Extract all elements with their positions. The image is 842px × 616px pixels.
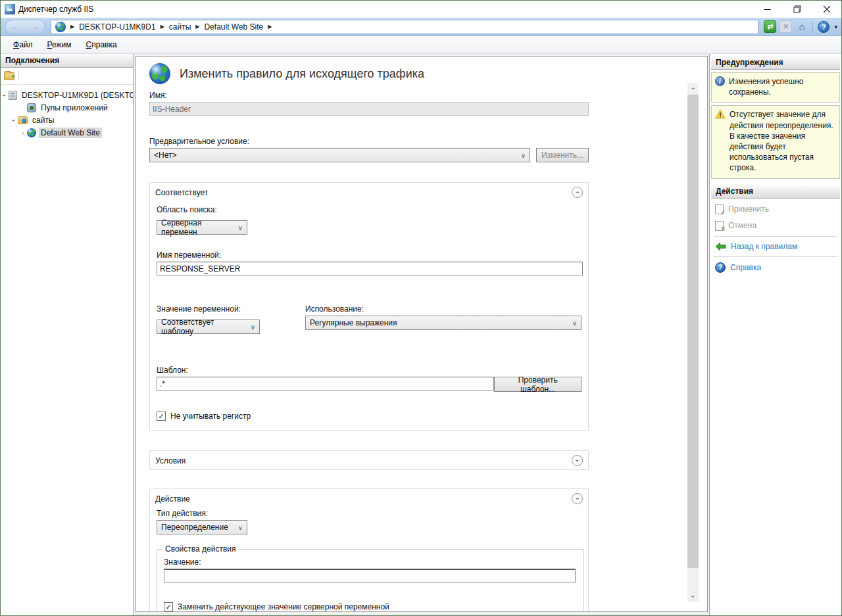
alert-info: i Изменения успешно сохранены. bbox=[711, 72, 840, 103]
expand-icon[interactable]: › bbox=[572, 455, 583, 466]
breadcrumb-arrow-icon[interactable]: ▶ bbox=[70, 24, 74, 30]
chevron-down-icon: ∨ bbox=[251, 323, 255, 331]
edit-precondition-button[interactable]: Изменить... bbox=[536, 148, 589, 162]
expander-icon[interactable]: › bbox=[1, 91, 9, 99]
pattern-input[interactable] bbox=[157, 377, 494, 391]
stop-icon: ✕ bbox=[780, 20, 792, 33]
expander-icon[interactable]: › bbox=[10, 116, 18, 124]
right-panel: Предупреждения i Изменения успешно сохра… bbox=[709, 54, 841, 615]
navigation-buttons: ← → bbox=[5, 20, 45, 34]
toolbar-separator bbox=[18, 71, 19, 82]
value-label: Значение: bbox=[164, 557, 576, 567]
alert-info-text: Изменения успешно сохранены. bbox=[729, 76, 836, 97]
minimize-button[interactable] bbox=[753, 1, 782, 18]
menu-help[interactable]: Справка bbox=[80, 37, 123, 52]
scope-label: Область поиска: bbox=[157, 205, 582, 214]
menu-file[interactable]: Файл bbox=[7, 37, 39, 52]
address-bar: ← → ▶ DESKTOP-U1MK9D1 ▶ сайты ▶ Default … bbox=[1, 18, 841, 36]
variable-value-select[interactable]: Соответствует шаблону ∨ bbox=[157, 320, 260, 334]
back-icon[interactable]: ← bbox=[11, 22, 20, 31]
chevron-down-icon: ∨ bbox=[521, 152, 526, 159]
scrollbar-thumb[interactable] bbox=[687, 95, 699, 568]
actions-header: Действия bbox=[711, 185, 840, 199]
precondition-label: Предварительное условие: bbox=[149, 137, 602, 146]
apply-icon bbox=[715, 204, 724, 214]
breadcrumb[interactable]: ▶ DESKTOP-U1MK9D1 ▶ сайты ▶ Default Web … bbox=[51, 20, 758, 34]
variable-name-input[interactable] bbox=[157, 262, 583, 275]
alerts-header: Предупреждения bbox=[711, 56, 840, 70]
replace-value-label: Заменить действующее значение серверной … bbox=[178, 602, 389, 611]
cancel-icon bbox=[715, 221, 724, 231]
breadcrumb-arrow-icon[interactable]: ▶ bbox=[195, 24, 199, 30]
app-pools-icon bbox=[27, 103, 36, 112]
value-input[interactable] bbox=[164, 569, 576, 582]
connections-header: Подключения bbox=[1, 54, 133, 68]
save-connection-icon[interactable] bbox=[4, 72, 14, 80]
back-to-rules-action[interactable]: Назад к правилам bbox=[712, 239, 839, 254]
tree-item-default-web-site[interactable]: › Default Web Site bbox=[1, 126, 133, 139]
chevron-down-icon: ∨ bbox=[238, 524, 243, 531]
scroll-up-icon[interactable]: › bbox=[687, 83, 699, 94]
variable-value-label: Значение переменной: bbox=[157, 304, 305, 314]
conditions-section: Условия › bbox=[149, 450, 589, 470]
using-select[interactable]: Регулярные выражения ∨ bbox=[305, 316, 582, 330]
variable-name-label: Имя переменной: bbox=[157, 250, 582, 260]
tree-item-sites[interactable]: › сайты bbox=[1, 114, 133, 126]
using-label: Использование: bbox=[305, 304, 582, 314]
actions-divider bbox=[714, 236, 837, 237]
close-button[interactable] bbox=[812, 1, 841, 18]
scope-select[interactable]: Серверная переменн ∨ bbox=[157, 220, 247, 235]
action-type-select[interactable]: Переопределение ∨ bbox=[157, 520, 247, 534]
action-section: Действие › Тип действия: Переопределение… bbox=[149, 488, 589, 612]
breadcrumb-arrow-icon[interactable]: ▶ bbox=[161, 24, 164, 30]
restore-button[interactable] bbox=[782, 1, 812, 18]
match-section: Соответствует › Область поиска: Серверна… bbox=[149, 182, 589, 431]
connections-tree: › DESKTOP-U1MK9D1 (DESKTOI Пулы приложен… bbox=[1, 85, 133, 139]
alert-warning-text: Отсутствует значение для действия переоп… bbox=[730, 109, 836, 173]
tree-item-server[interactable]: › DESKTOP-U1MK9D1 (DESKTOI bbox=[1, 89, 133, 101]
collapse-icon[interactable]: › bbox=[572, 493, 583, 504]
server-globe-icon bbox=[55, 22, 66, 32]
menu-view[interactable]: Режим bbox=[41, 37, 78, 52]
precondition-select[interactable]: <Нет> ∨ bbox=[149, 148, 530, 162]
info-icon: i bbox=[715, 76, 725, 86]
breadcrumb-arrow-icon[interactable]: ▶ bbox=[268, 24, 272, 30]
edit-rule-form: Изменить правило для исходящего трафика … bbox=[136, 57, 602, 612]
help-action[interactable]: ? Справка bbox=[712, 259, 839, 276]
apply-action: Применить bbox=[712, 201, 839, 218]
scroll-down-icon[interactable]: › bbox=[687, 591, 699, 602]
window-title: Диспетчер служб IIS bbox=[18, 5, 93, 14]
warning-icon bbox=[715, 109, 726, 119]
actions-list: Применить Отмена Назад к правилам ? Спра… bbox=[711, 199, 840, 279]
help-dropdown-icon[interactable]: ▾ bbox=[834, 24, 837, 30]
conditions-section-title: Условия bbox=[155, 456, 186, 465]
ignore-case-checkbox[interactable]: ✓ bbox=[157, 412, 166, 421]
chevron-down-icon: ∨ bbox=[572, 320, 577, 327]
help-icon[interactable]: ? bbox=[818, 21, 830, 33]
server-icon bbox=[9, 91, 17, 100]
test-pattern-button[interactable]: Проверить шаблон... bbox=[494, 377, 582, 392]
collapse-icon[interactable]: › bbox=[572, 187, 583, 198]
title-bar: Диспетчер служб IIS bbox=[1, 1, 841, 18]
site-globe-icon bbox=[27, 128, 36, 137]
action-section-title: Действие bbox=[155, 494, 190, 504]
vertical-scrollbar[interactable]: › › bbox=[687, 83, 699, 602]
back-arrow-icon bbox=[715, 242, 726, 251]
forward-icon[interactable]: → bbox=[31, 22, 39, 31]
alert-warning: Отсутствует значение для действия переоп… bbox=[711, 105, 840, 178]
address-bar-icons: ⇄ ✕ ⌂ ? ▾ bbox=[764, 20, 837, 33]
refresh-icon[interactable]: ⇄ bbox=[764, 20, 776, 33]
name-label: Имя: bbox=[149, 91, 602, 100]
replace-value-checkbox[interactable]: ✓ bbox=[164, 602, 173, 611]
tree-item-app-pools[interactable]: Пулы приложений bbox=[1, 101, 133, 114]
expander-icon[interactable]: › bbox=[19, 129, 27, 137]
breadcrumb-site[interactable]: Default Web Site bbox=[204, 22, 263, 32]
content-panel: Изменить правило для исходящего трафика … bbox=[136, 56, 708, 612]
action-properties-group: Свойства действия Значение: ✓ Заменить д… bbox=[157, 549, 584, 612]
breadcrumb-sites[interactable]: сайты bbox=[169, 22, 191, 32]
menu-bar: Файл Режим Справка bbox=[1, 36, 841, 54]
page-title: Изменить правило для исходящего трафика bbox=[180, 67, 424, 81]
breadcrumb-server[interactable]: DESKTOP-U1MK9D1 bbox=[79, 22, 155, 32]
match-section-title: Соответствует bbox=[155, 188, 208, 197]
home-icon[interactable]: ⌂ bbox=[795, 20, 808, 33]
